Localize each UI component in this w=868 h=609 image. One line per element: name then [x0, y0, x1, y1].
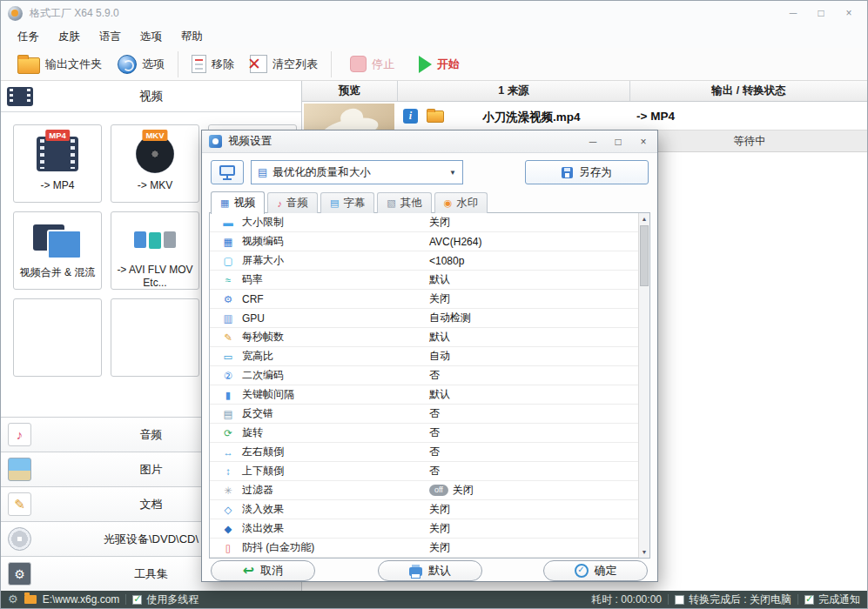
dialog-maximize-button[interactable]: □: [611, 136, 625, 148]
tile-icon-wrap: MKV: [111, 129, 198, 179]
dialog-close-button[interactable]: ×: [636, 136, 650, 148]
menu-item-3[interactable]: 语言: [90, 25, 131, 48]
check-circle-icon: [575, 564, 589, 578]
shutdown-after-toggle[interactable]: 转换完成后 : 关闭电脑: [675, 592, 791, 607]
options-globe-icon: [118, 55, 137, 74]
setting-row-stabilize[interactable]: ▯防抖 (白金功能)关闭: [210, 539, 638, 558]
options-button[interactable]: 选项: [110, 50, 172, 78]
minimize-button[interactable]: ─: [785, 7, 801, 19]
format-tile-merge[interactable]: 视频合并 & 混流: [13, 211, 102, 290]
setting-row-keyframe-interval[interactable]: ▮关键帧间隔默认: [210, 385, 638, 405]
aspect-ratio-icon: ▭: [220, 351, 236, 363]
format-tile-partial[interactable]: [13, 298, 102, 377]
setting-row-size-limit[interactable]: ▬大小限制关闭: [210, 213, 638, 232]
setting-row-fade-in[interactable]: ◇淡入效果关闭: [210, 500, 638, 519]
setting-value-text: 否: [429, 425, 440, 440]
shutdown-after-checkbox[interactable]: [675, 595, 684, 605]
setting-row-video-codec[interactable]: ▦视频编码AVC(H264): [210, 232, 638, 251]
setting-value: 关闭: [429, 502, 450, 517]
setting-row-filter[interactable]: ✳过滤器off关闭: [210, 481, 638, 500]
setting-row-bitrate[interactable]: ≈码率默认: [210, 271, 638, 290]
tab-other[interactable]: ▧其他: [377, 192, 431, 213]
gear-icon[interactable]: ⚙: [8, 591, 18, 608]
stop-button[interactable]: 停止: [342, 50, 402, 78]
default-button[interactable]: 默认: [378, 560, 482, 581]
save-as-button[interactable]: 另存为: [525, 160, 649, 184]
column-output[interactable]: 输出 / 转换状态: [630, 81, 867, 101]
tab-audio[interactable]: ♪音频: [267, 192, 318, 213]
output-path-folder-icon[interactable]: [24, 595, 37, 604]
menu-item-2[interactable]: 皮肤: [49, 25, 90, 48]
quality-profile-select[interactable]: ▤ 最优化的质量和大小 ▼: [251, 160, 463, 184]
open-folder-icon[interactable]: [427, 110, 444, 123]
format-tile-mkv[interactable]: MKV-> MKV: [111, 124, 199, 203]
remove-button[interactable]: 移除: [184, 50, 242, 78]
multithread-checkbox[interactable]: [132, 595, 142, 605]
column-source[interactable]: 1 来源: [398, 81, 630, 101]
shutdown-after-label: 转换完成后 : 关闭电脑: [689, 592, 791, 607]
setting-value: 关闭: [429, 215, 450, 230]
task-filename: 小刀洗澡视频.mp4: [482, 110, 581, 125]
setting-row-flip-horizontal[interactable]: ↔左右颠倒否: [210, 443, 638, 462]
start-button[interactable]: 开始: [411, 50, 468, 78]
setting-row-gpu[interactable]: ▥GPU自动检测: [210, 309, 638, 328]
scroll-up-icon[interactable]: ▲: [639, 213, 649, 224]
menu-item-4[interactable]: 选项: [131, 25, 172, 48]
setting-row-flip-vertical[interactable]: ↕上下颠倒否: [210, 462, 638, 481]
filter-icon: ✳: [220, 485, 236, 497]
setting-label: 防抖 (白金功能): [242, 540, 314, 555]
tab-subtitle[interactable]: ▤字幕: [320, 192, 374, 213]
screen-size-icon: ▢: [220, 255, 236, 267]
setting-row-screen-size[interactable]: ▢屏幕大小<1080p: [210, 251, 638, 271]
setting-row-deinterlace[interactable]: ▤反交错否: [210, 405, 638, 424]
setting-row-fade-out[interactable]: ◆淡出效果关闭: [210, 519, 638, 539]
setting-value-text: 否: [429, 464, 440, 478]
menu-item-5[interactable]: 帮助: [172, 25, 212, 48]
output-folder-button[interactable]: 输出文件夹: [10, 50, 110, 78]
setting-row-fps[interactable]: ✎每秒帧数默认: [210, 328, 638, 347]
tab-video[interactable]: ▦视频: [211, 191, 265, 214]
setting-row-rotate[interactable]: ⟳旋转否: [210, 424, 638, 443]
format-tile-mp4[interactable]: MP4-> MP4: [13, 124, 102, 203]
format-badge: MKV: [142, 130, 167, 141]
clear-list-x-icon: [250, 55, 267, 73]
dialog-minimize-button[interactable]: ─: [586, 136, 600, 148]
scrollbar[interactable]: ▲ ▼: [638, 213, 649, 558]
remove-page-icon: [192, 55, 206, 73]
video-category-header[interactable]: 视频: [1, 81, 301, 112]
cancel-button[interactable]: ↩ 取消: [211, 560, 315, 581]
menu-item-1[interactable]: 任务: [8, 25, 49, 48]
info-icon[interactable]: [403, 109, 418, 124]
maximize-button[interactable]: □: [813, 7, 829, 19]
ok-button[interactable]: 确定: [543, 560, 648, 581]
start-label: 开始: [437, 57, 460, 72]
format-badge: MP4: [45, 130, 70, 141]
tile-icon-wrap: [14, 216, 101, 266]
close-button[interactable]: ×: [841, 7, 857, 19]
keyframe-interval-icon: ▮: [220, 389, 236, 401]
output-path[interactable]: E:\www.x6g.com: [43, 593, 120, 606]
column-preview[interactable]: 预览: [302, 81, 398, 101]
setting-value: 关闭: [429, 521, 450, 536]
video-settings-dialog: 视频设置 ─ □ × ▤ 最优化的质量和大小 ▼ 另存为 ▦视频♪音频▤字幕▧其…: [201, 130, 658, 582]
setting-row-crf[interactable]: ⚙CRF关闭: [210, 290, 638, 309]
setting-value: 否: [429, 445, 440, 459]
format-tile-partial[interactable]: [111, 298, 199, 377]
setting-label: 旋转: [242, 425, 263, 440]
clear-list-button[interactable]: 清空列表: [242, 50, 326, 78]
scroll-down-icon[interactable]: ▼: [639, 546, 649, 558]
notify-toggle[interactable]: 完成通知: [804, 592, 860, 607]
stabilize-icon: ▯: [220, 542, 236, 554]
two-pass-icon: ②: [220, 370, 236, 382]
setting-row-two-pass[interactable]: ②二次编码否: [210, 366, 638, 385]
dialog-title: 视频设置: [228, 134, 272, 149]
screen-config-button[interactable]: [211, 160, 244, 184]
notify-checkbox[interactable]: [804, 595, 814, 605]
setting-row-aspect-ratio[interactable]: ▭宽高比自动: [210, 347, 638, 366]
multithread-toggle[interactable]: 使用多线程: [132, 592, 198, 607]
document-icon: ✎: [8, 492, 31, 516]
scrollbar-thumb[interactable]: [640, 225, 649, 286]
format-tile-avi-flv-mov[interactable]: -> AVI FLV MOV Etc...: [111, 211, 199, 290]
fade-out-icon: ◆: [220, 523, 236, 535]
tab-watermark[interactable]: ◉水印: [434, 192, 488, 213]
